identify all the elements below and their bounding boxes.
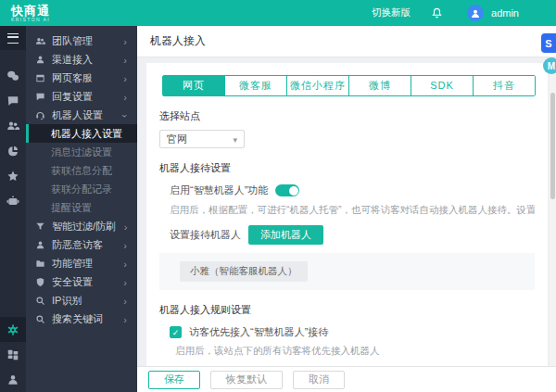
header-actions: 切换新版 admin <box>372 5 545 21</box>
sidebar-subitem-lead-distribution-records[interactable]: 获联分配记录 <box>26 180 137 198</box>
sidebar-item-web-customer-service[interactable]: 网页客服 <box>26 69 137 87</box>
footer-bar: 保存 恢复默认 取消 <box>137 366 556 392</box>
sidebar-item-label: 搜索关键词 <box>52 312 115 326</box>
main-content: 机器人接入 网页 微客服 微信小程序 微博 SDK 抖音 选择站点 官网 机器人… <box>137 26 556 392</box>
sidebar-item-robot-settings[interactable]: 机器人设置 <box>26 106 137 124</box>
tab-wechat-miniprogram[interactable]: 微信小程序 <box>286 76 348 95</box>
tab-webpage[interactable]: 网页 <box>163 76 224 95</box>
tab-weibo[interactable]: 微博 <box>348 76 411 95</box>
wechat-channels-icon[interactable] <box>0 63 26 88</box>
sidebar-item-label: IP识别 <box>52 294 115 308</box>
icon-rail <box>0 26 26 392</box>
sidebar-subitem-label: 获联信息分配 <box>51 164 112 178</box>
tab-sdk[interactable]: SDK <box>411 76 473 95</box>
sidebar-item-team-management[interactable]: 团队管理 <box>26 32 137 50</box>
chevron-right-icon <box>121 273 129 290</box>
hamburger-icon <box>7 33 19 44</box>
chevron-right-icon <box>121 255 129 272</box>
add-robot-button[interactable]: 添加机器人 <box>248 225 323 245</box>
cancel-button[interactable]: 取消 <box>293 371 345 389</box>
extension-badge-s[interactable]: S <box>541 33 556 53</box>
settings-gear-icon[interactable] <box>0 317 26 342</box>
sidebar-item-label: 渠道接入 <box>52 53 115 67</box>
username: admin <box>491 7 519 19</box>
chevron-right-icon <box>121 236 129 253</box>
account-icon[interactable] <box>0 367 26 392</box>
site-select-dropdown[interactable]: 官网 <box>159 130 245 148</box>
apps-grid-icon[interactable] <box>0 342 26 367</box>
tab-douyin[interactable]: 抖音 <box>473 76 535 95</box>
sidebar-item-reply-settings[interactable]: 回复设置 <box>26 87 137 106</box>
chevron-right-icon <box>121 70 129 86</box>
menu-collapse-button[interactable] <box>0 26 26 50</box>
tab-wechat-service[interactable]: 微客服 <box>224 76 286 95</box>
sidebar-menu: 团队管理 渠道接入 网页客服 回复设置 机器人设置 机器人接入设置 消息过滤设置… <box>26 26 137 392</box>
sidebar-subitem-label: 提醒设置 <box>51 201 92 215</box>
scrollbar[interactable] <box>550 57 556 366</box>
visitor-priority-checkbox[interactable] <box>170 326 182 338</box>
page-title-bar: 机器人接入 <box>137 26 556 57</box>
sidebar-subitem-robot-access-settings[interactable]: 机器人接入设置 <box>26 124 137 143</box>
chevron-right-icon <box>121 310 129 327</box>
sidebar-subitem-lead-info-distribution[interactable]: 获联信息分配 <box>26 161 137 180</box>
channel-tabs: 网页 微客服 微信小程序 微博 SDK 抖音 <box>162 75 536 96</box>
scrollbar-thumb[interactable] <box>550 93 555 199</box>
sidebar-item-label: 智能过滤/防刷 <box>52 220 116 234</box>
restore-default-button[interactable]: 恢复默认 <box>210 371 283 389</box>
sidebar-item-label: 网页客服 <box>52 71 115 85</box>
chevron-right-icon <box>121 88 129 105</box>
visitors-icon[interactable] <box>0 113 26 138</box>
sidebar-subitem-reminder-settings[interactable]: 提醒设置 <box>26 198 137 217</box>
switch-version-link[interactable]: 切换新版 <box>372 6 411 19</box>
top-header: 快商通 KRISTON AI 切换新版 admin <box>0 0 556 26</box>
sidebar-item-label: 机器人设置 <box>52 108 115 122</box>
site-select-label: 选择站点 <box>159 109 535 123</box>
chevron-right-icon <box>122 218 129 234</box>
visitor-priority-desc: 启用后，该站点下的所有访客将优先接入机器人 <box>175 345 535 358</box>
statistics-pie-icon[interactable] <box>0 138 26 163</box>
sidebar-item-label: 回复设置 <box>52 90 115 104</box>
sidebar-item-label: 团队管理 <box>52 34 115 48</box>
rules-section-title: 机器人接入规则设置 <box>159 303 535 317</box>
set-reception-robot-row: 设置接待机器人 添加机器人 <box>170 225 535 245</box>
brand-subtitle: KRISTON AI <box>11 18 50 22</box>
site-select-value: 官网 <box>167 133 187 146</box>
app-window: 快商通 KRISTON AI 切换新版 admin 团队管理 渠道接入 网页客服 <box>0 0 556 392</box>
save-button[interactable]: 保存 <box>148 371 200 389</box>
robot-list-panel: 小雅（智能客服机器人） <box>159 253 535 290</box>
enable-smart-robot-row: 启用“智慧机器人”功能 <box>170 183 535 197</box>
sidebar-item-security-settings[interactable]: 安全设置 <box>26 272 137 291</box>
sidebar-item-smart-filter[interactable]: 智能过滤/防刷 <box>26 217 137 235</box>
robot-chip[interactable]: 小雅（智能客服机器人） <box>180 261 308 282</box>
chevron-right-icon <box>121 51 129 68</box>
sidebar-subitem-label: 消息过滤设置 <box>51 145 112 159</box>
visitor-priority-label: 访客优先接入“智慧机器人”接待 <box>189 325 328 339</box>
settings-card: 网页 微客服 微信小程序 微博 SDK 抖音 选择站点 官网 机器人接待设置 启… <box>146 63 548 366</box>
brand-logo: 快商通 KRISTON AI <box>11 5 50 22</box>
user-avatar[interactable] <box>467 5 484 21</box>
brand-title: 快商通 <box>11 5 50 17</box>
sidebar-item-anti-malicious-visitors[interactable]: 防恶意访客 <box>26 235 137 254</box>
sidebar-item-channel-access[interactable]: 渠道接入 <box>26 50 137 69</box>
sidebar-item-ip-recognition[interactable]: IP识别 <box>26 291 137 310</box>
sidebar-item-search-keywords[interactable]: 搜索关键词 <box>26 310 137 328</box>
caret-down-icon <box>233 133 237 145</box>
enable-smart-robot-label: 启用“智慧机器人”功能 <box>170 183 268 197</box>
set-reception-robot-label: 设置接待机器人 <box>170 228 241 242</box>
chevron-right-icon <box>121 32 129 49</box>
page-title: 机器人接入 <box>150 33 206 49</box>
sidebar-item-label: 功能管理 <box>52 257 115 271</box>
conversations-icon[interactable] <box>0 88 26 113</box>
sidebar-subitem-label: 机器人接入设置 <box>51 127 122 141</box>
sidebar-item-function-management[interactable]: 功能管理 <box>26 254 137 272</box>
enable-smart-robot-toggle[interactable] <box>275 184 299 196</box>
sidebar-subitem-message-filter-settings[interactable]: 消息过滤设置 <box>26 143 137 161</box>
extension-badge-m[interactable]: M <box>543 57 556 74</box>
visitor-priority-row: 访客优先接入“智慧机器人”接待 <box>170 325 535 339</box>
favorites-star-icon[interactable] <box>0 163 26 188</box>
sidebar-item-label: 安全设置 <box>52 275 115 289</box>
robot-icon[interactable] <box>0 188 26 213</box>
sidebar-subitem-label: 获联分配记录 <box>51 183 112 196</box>
chevron-right-icon <box>121 292 129 309</box>
notification-bell-icon[interactable] <box>431 6 443 19</box>
